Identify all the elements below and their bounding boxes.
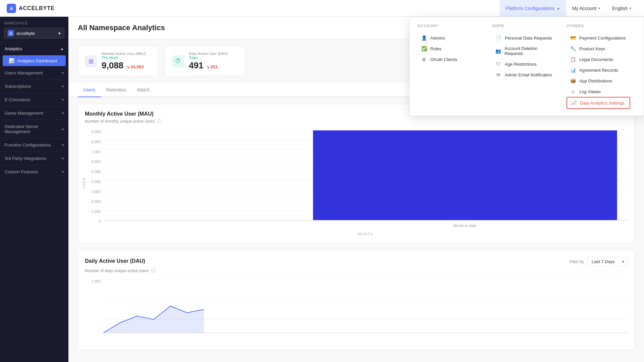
dropdown-item-label-age-restrictions: Age Restrictions bbox=[505, 62, 537, 67]
dropdown-item-icon-agreement-records: 📊 bbox=[570, 67, 576, 73]
mau-chart-section: Monthly Active User (MAU) Number of mont… bbox=[78, 104, 635, 243]
language-chevron-icon: ▾ bbox=[630, 6, 631, 10]
sidebar-section-header-3rd-party[interactable]: 3rd Party Integrations▾ bbox=[0, 152, 68, 165]
platform-config-label: Platform Configurations bbox=[506, 6, 555, 11]
dropdown-item-data-analytics[interactable]: 📈Data Analytics Settings bbox=[567, 97, 630, 109]
tab-match[interactable]: Match bbox=[132, 83, 155, 97]
dropdown-item-icon-personal-data: 📄 bbox=[495, 35, 501, 41]
y-label-1000: 1,000 bbox=[85, 209, 103, 214]
dropdown-item-label-legal-docs: Legal Documents bbox=[579, 57, 613, 62]
mau-stat-card: ⊞ Monthly Active User (MAU) This Month 9… bbox=[78, 46, 158, 76]
mau-delta: ↘ 34,583 bbox=[126, 64, 144, 69]
namespace-section: NAMESPACE ⊞ accelbyte ▾ bbox=[0, 17, 68, 42]
dropdown-item-product-keys[interactable]: 🔧Product Keys bbox=[567, 43, 630, 54]
sidebar-section-header-dedicated-server[interactable]: Dedicated Server Management▾ bbox=[0, 120, 68, 138]
sidebar-section-3rd-party: 3rd Party Integrations▾ bbox=[0, 152, 68, 165]
sidebar-item-icon-analytics-dashboard: 📊 bbox=[9, 58, 14, 63]
sidebar-section-subscriptions: Subscriptions▾ bbox=[0, 79, 68, 93]
dropdown-item-icon-admins: 👤 bbox=[421, 35, 427, 41]
sidebar-section-analytics: Analytics▲📊Analytics Dashboard bbox=[0, 42, 68, 66]
dropdown-item-label-personal-data: Personal Data Requests bbox=[505, 36, 552, 41]
sidebar-section-chevron-3rd-party: ▾ bbox=[62, 157, 64, 160]
dropdown-item-age-restrictions[interactable]: 🛡Age Restrictions bbox=[492, 59, 556, 69]
dropdown-item-payment-configs[interactable]: 💳Payment Configurations bbox=[567, 33, 630, 43]
dropdown-account-col: ACCOUNT 👤Admins✅Roles🖥OAuth Clients bbox=[418, 24, 487, 109]
dropdown-gdpr-col: GDPR 📄Personal Data Requests👥Account Del… bbox=[487, 24, 561, 109]
sidebar-section-label-dedicated-server: Dedicated Server Management bbox=[5, 124, 62, 134]
dropdown-item-label-account-deletion: Account Deletion Requests bbox=[504, 46, 552, 56]
sidebar-section-header-game-management[interactable]: Game Management▾ bbox=[0, 107, 68, 120]
svg-text:Month-to-date: Month-to-date bbox=[453, 224, 476, 228]
filter-select-wrapper[interactable]: Last 7 Days Last 30 Days Last 90 Days bbox=[587, 257, 628, 266]
dropdown-item-icon-roles: ✅ bbox=[421, 46, 427, 51]
dropdown-item-account-deletion[interactable]: 👥Account Deletion Requests bbox=[492, 43, 556, 59]
namespace-label: NAMESPACE bbox=[4, 21, 64, 25]
sidebar-section-header-subscriptions[interactable]: Subscriptions▾ bbox=[0, 80, 68, 93]
dropdown-item-icon-account-deletion: 👥 bbox=[495, 48, 501, 54]
dau-chart-title: Daily Active User (DAU) bbox=[85, 258, 145, 264]
y-label-0: 0 bbox=[85, 220, 103, 224]
sidebar-section-chevron-function-configs: ▾ bbox=[62, 143, 64, 147]
dropdown-item-app-distributions[interactable]: 📦App Distributions bbox=[567, 75, 630, 86]
dropdown-item-icon-legal-docs: 📋 bbox=[570, 57, 576, 62]
dropdown-item-admins[interactable]: 👤Admins bbox=[418, 33, 481, 43]
dropdown-item-label-payment-configs: Payment Configurations bbox=[579, 36, 626, 41]
sidebar-section-chevron-ecommerce: ▾ bbox=[62, 98, 64, 102]
sidebar-section-game-management: Game Management▾ bbox=[0, 106, 68, 120]
filter-label: Filter by bbox=[570, 259, 584, 264]
my-account-label: My Account bbox=[572, 6, 596, 11]
dau-info: Daily Active User (DAU) Today 491 ↘ 201 bbox=[189, 52, 228, 71]
dropdown-item-icon-payment-configs: 💳 bbox=[570, 35, 576, 41]
dropdown-item-personal-data[interactable]: 📄Personal Data Requests bbox=[492, 33, 556, 43]
sidebar-section-header-function-configs[interactable]: Function Configurations▾ bbox=[0, 138, 68, 152]
sidebar-section-header-custom-features[interactable]: Custom Features▾ bbox=[0, 165, 68, 178]
dropdown-item-agreement-records[interactable]: 📊Agreement Records bbox=[567, 65, 630, 75]
sidebar-section-chevron-subscriptions: ▾ bbox=[62, 84, 64, 88]
logo-area: A ACCELBYTE bbox=[7, 4, 55, 13]
sidebar-section-chevron-users-management: ▾ bbox=[62, 71, 64, 75]
filter-area: Filter by Last 7 Days Last 30 Days Last … bbox=[570, 257, 628, 266]
my-account-button[interactable]: My Account ▾ bbox=[566, 0, 606, 17]
namespace-select[interactable]: ⊞ accelbyte ▾ bbox=[4, 28, 64, 39]
mau-chart-wrapper: 9,000 8,000 7,000 6,000 5,000 4,000 3,00… bbox=[85, 130, 628, 236]
dropdown-item-icon-oauth-clients: 🖥 bbox=[421, 57, 427, 62]
dropdown-item-admin-email[interactable]: ✉Admin Email Notification bbox=[492, 69, 556, 80]
dropdown-item-legal-docs[interactable]: 📋Legal Documents bbox=[567, 54, 630, 65]
sidebar-section-dedicated-server: Dedicated Server Management▾ bbox=[0, 120, 68, 138]
platform-config-chevron-icon: ▲ bbox=[557, 6, 560, 10]
sidebar-section-header-ecommerce[interactable]: E-Commerce▾ bbox=[0, 93, 68, 106]
platform-config-button[interactable]: Platform Configurations ▲ bbox=[500, 0, 566, 17]
others-items-container: 💳Payment Configurations🔧Product Keys📋Leg… bbox=[567, 33, 630, 109]
filter-select[interactable]: Last 7 Days Last 30 Days Last 90 Days bbox=[587, 257, 628, 266]
dropdown-item-oauth-clients[interactable]: 🖥OAuth Clients bbox=[418, 54, 481, 65]
sidebar-section-header-analytics[interactable]: Analytics▲ bbox=[0, 42, 68, 55]
sidebar-section-label-game-management: Game Management bbox=[5, 111, 43, 116]
language-button[interactable]: English ▾ bbox=[606, 0, 637, 17]
dropdown-item-label-roles: Roles bbox=[430, 46, 441, 51]
y-label-6000: 6,000 bbox=[85, 160, 103, 164]
sidebar-section-chevron-game-management: ▾ bbox=[62, 111, 64, 115]
dau-value: 491 ↘ 201 bbox=[189, 60, 228, 71]
dropdown-item-label-oauth-clients: OAuth Clients bbox=[430, 57, 457, 62]
sidebar-section-users-management: Users Management▾ bbox=[0, 66, 68, 79]
sidebar-section-header-users-management[interactable]: Users Management▾ bbox=[0, 66, 68, 79]
tab-retention[interactable]: Retention bbox=[101, 83, 132, 97]
dropdown-item-label-admins: Admins bbox=[430, 36, 445, 41]
dau-y-axis: 1,800 bbox=[85, 279, 103, 343]
sidebar-section-label-analytics: Analytics bbox=[5, 46, 22, 51]
dropdown-item-roles[interactable]: ✅Roles bbox=[418, 43, 481, 54]
dropdown-item-icon-data-analytics: 📈 bbox=[571, 100, 577, 106]
mau-icon: ⊞ bbox=[85, 55, 97, 67]
dau-line-chart bbox=[103, 279, 628, 340]
dropdown-item-label-product-keys: Product Keys bbox=[579, 46, 605, 51]
dropdown-item-log-viewer[interactable]: ◇Log Viewer bbox=[567, 86, 630, 97]
y-label-9000: 9,000 bbox=[85, 130, 103, 134]
sidebar-section-label-users-management: Users Management bbox=[5, 70, 43, 75]
dropdown-others-col: OTHERS 💳Payment Configurations🔧Product K… bbox=[561, 24, 636, 109]
tab-users[interactable]: Users bbox=[78, 83, 101, 97]
sidebar-section-function-configs: Function Configurations▾ bbox=[0, 138, 68, 152]
sidebar-item-analytics-dashboard[interactable]: 📊Analytics Dashboard bbox=[3, 55, 66, 66]
dau-chart-area bbox=[103, 279, 628, 343]
dropdown-item-label-log-viewer: Log Viewer bbox=[579, 89, 601, 94]
sidebar-section-label-subscriptions: Subscriptions bbox=[5, 84, 31, 89]
